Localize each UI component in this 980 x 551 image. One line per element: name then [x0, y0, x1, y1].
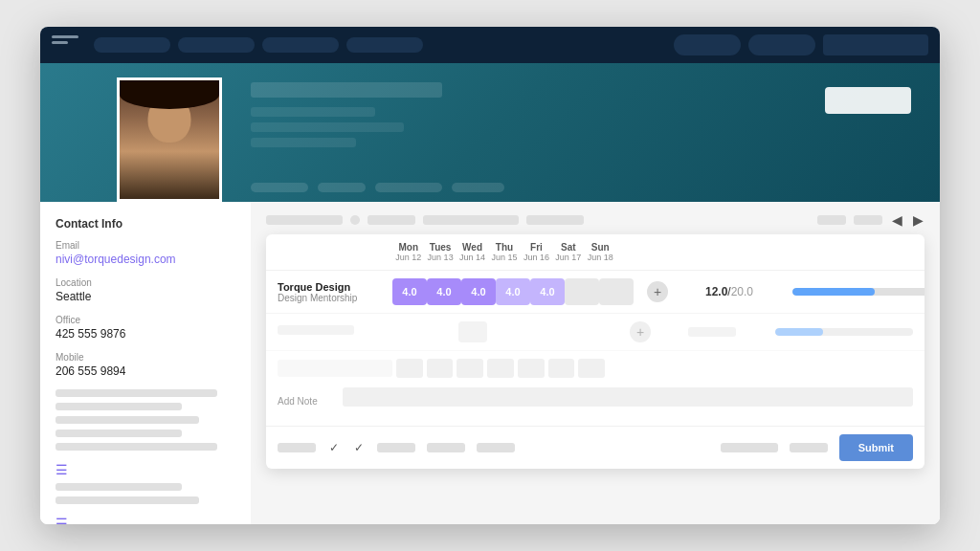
empty-cell-5[interactable]: [487, 359, 514, 378]
office-field: Office 425 555 9876: [56, 315, 235, 341]
profile-sub-3: [251, 138, 356, 147]
add-entry-cell[interactable]: +: [634, 281, 681, 302]
top-nav: [40, 27, 940, 63]
filter-pill-2[interactable]: [368, 215, 415, 225]
time-entry-row-2: +: [266, 314, 924, 351]
nav-item-4[interactable]: [346, 37, 423, 53]
time-cell-sun[interactable]: [599, 278, 634, 305]
empty-cell-3[interactable]: [427, 359, 454, 378]
profile-sub-1: [251, 107, 375, 117]
tab-2[interactable]: [318, 183, 366, 192]
list-icon-2[interactable]: ☰: [56, 516, 69, 524]
row2-badge[interactable]: [458, 321, 487, 342]
time-badge-fri[interactable]: 4.0: [530, 278, 565, 305]
nav-item-2[interactable]: [178, 37, 255, 53]
time-cell-tue[interactable]: 4.0: [427, 278, 461, 305]
day-date-tue: Jun 13: [424, 253, 456, 262]
email-value[interactable]: nivi@torquedesign.com: [56, 253, 235, 266]
time-cell-fri[interactable]: 4.0: [530, 278, 565, 305]
filter-pill-6[interactable]: [854, 215, 882, 225]
day-header-tue: Tues Jun 13: [424, 242, 456, 262]
row2-label: [278, 325, 392, 339]
nav-item-1[interactable]: [94, 37, 170, 53]
filter-bar: ◀ ▶: [266, 213, 924, 227]
main-content: Contact Info Email nivi@torquedesign.com…: [40, 202, 940, 524]
location-value: Seattle: [56, 290, 235, 303]
total-display: 12.0/20.0: [705, 285, 753, 298]
time-cell-sat[interactable]: [565, 278, 599, 305]
row2-add-cell[interactable]: +: [616, 321, 664, 342]
time-badge-thu[interactable]: 4.0: [496, 278, 530, 305]
avatar-image: [120, 80, 219, 199]
add-entry-button[interactable]: +: [647, 281, 668, 302]
empty-cell-4[interactable]: [457, 359, 483, 378]
prev-week-arrow[interactable]: ◀: [890, 213, 903, 227]
office-label: Office: [56, 315, 235, 325]
project-info: Torque Design Design Mentorship: [278, 281, 392, 303]
filter-pill-5[interactable]: [817, 215, 846, 225]
empty-cell-6[interactable]: [518, 359, 545, 378]
filter-pill-4[interactable]: [526, 215, 584, 225]
sidebar-icon-row-1: ☰: [56, 462, 235, 475]
nav-dropdown-1[interactable]: [674, 34, 741, 55]
total-cell: 12.0/20.0: [681, 285, 777, 298]
time-badge-sun[interactable]: [599, 278, 634, 305]
row2-progress-bar-container: [775, 328, 913, 336]
profile-tabs: [251, 183, 504, 192]
row2-total-placeholder: [688, 327, 736, 337]
profile-action-button[interactable]: [825, 87, 911, 114]
day-header-sun: Sun Jun 18: [585, 242, 616, 262]
placeholder-bar-6: [56, 483, 182, 491]
next-week-arrow[interactable]: ▶: [911, 213, 924, 227]
avatar: [117, 77, 222, 202]
time-badge-tue[interactable]: 4.0: [427, 278, 461, 305]
time-badge-mon[interactable]: 4.0: [392, 278, 427, 305]
day-header-fri: Fri Jun 16: [521, 242, 552, 262]
row2-add-button[interactable]: +: [630, 321, 651, 342]
time-cell-thu[interactable]: 4.0: [496, 278, 530, 305]
mobile-field: Mobile 206 555 9894: [56, 352, 235, 378]
row2-cell-3[interactable]: [457, 321, 488, 342]
note-input[interactable]: [343, 387, 913, 407]
tab-1[interactable]: [251, 183, 308, 192]
day-date-thu: Jun 15: [488, 253, 520, 262]
nav-dropdown-2[interactable]: [748, 34, 815, 55]
day-date-sun: Jun 18: [585, 253, 616, 262]
placeholder-bar-5: [56, 443, 217, 451]
day-date-fri: Jun 16: [521, 253, 552, 262]
placeholder-bar-1: [56, 389, 217, 397]
time-badge-wed[interactable]: 4.0: [461, 278, 496, 305]
location-field: Location Seattle: [56, 277, 235, 303]
time-cell-mon[interactable]: 4.0: [392, 278, 427, 305]
empty-cell-7[interactable]: [548, 359, 575, 378]
time-badge-sat[interactable]: [565, 278, 599, 305]
bottom-pill-2: [377, 443, 415, 452]
empty-cell-8[interactable]: [578, 359, 605, 378]
placeholder-bar-3: [56, 416, 199, 424]
day-header-sat: Sat Jun 17: [552, 242, 584, 262]
add-note-row: Add Note: [278, 384, 913, 418]
nav-search[interactable]: [823, 34, 928, 55]
bottom-total-pill: [721, 443, 778, 452]
tab-3[interactable]: [375, 183, 442, 192]
day-name-thu: Thu: [488, 242, 520, 253]
filter-pill-1[interactable]: [266, 215, 343, 225]
total-current: 12.0: [705, 285, 727, 298]
progress-cell: [777, 288, 924, 296]
day-name-tue: Tues: [424, 242, 456, 253]
progress-col-header: [760, 242, 913, 262]
tab-4[interactable]: [452, 183, 504, 192]
browser-window: Contact Info Email nivi@torquedesign.com…: [40, 27, 940, 524]
filter-pill-3[interactable]: [423, 215, 519, 225]
empty-cell-2[interactable]: [396, 359, 423, 378]
list-icon-1[interactable]: ☰: [56, 462, 69, 475]
empty-row-1: [278, 359, 913, 378]
submit-button[interactable]: Submit: [839, 434, 913, 461]
logo-line-2: [52, 41, 68, 44]
time-cell-wed[interactable]: 4.0: [461, 278, 496, 305]
day-date-sat: Jun 17: [552, 253, 584, 262]
profile-sub-2: [251, 122, 404, 132]
time-entry-row-1: Torque Design Design Mentorship 4.0 4.0 …: [266, 271, 924, 314]
nav-item-3[interactable]: [262, 37, 339, 53]
day-header-mon: Mon Jun 12: [392, 242, 424, 262]
